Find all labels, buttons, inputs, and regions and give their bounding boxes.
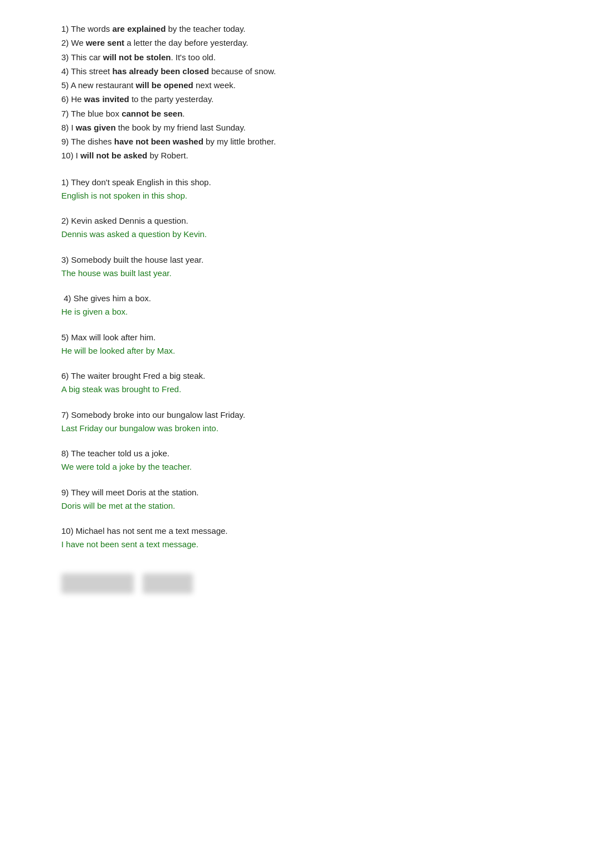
- answer-sentence: English is not spoken in this shop.: [61, 189, 531, 202]
- list-item: 4) This street has already been closed b…: [61, 65, 531, 78]
- bold-text: were sent: [86, 38, 124, 47]
- list-item: 10) I will not be asked by Robert.: [61, 149, 531, 162]
- answer-sentence: We were told a joke by the teacher.: [61, 460, 531, 473]
- list-item: 3) This car will not be stolen. It's too…: [61, 51, 531, 64]
- original-sentence: 1) They don't speak English in this shop…: [61, 176, 531, 189]
- answer-sentence: He is given a box.: [61, 305, 531, 318]
- answer-pair-4: 4) She gives him a box. He is given a bo…: [61, 292, 531, 319]
- original-sentence: 4) She gives him a box.: [61, 292, 531, 305]
- bold-text: will be opened: [135, 80, 193, 90]
- answer-sentence: A big steak was brought to Fred.: [61, 383, 531, 396]
- footer-blur-2: [143, 573, 193, 594]
- answer-sentence: I have not been sent a text message.: [61, 538, 531, 551]
- answer-sentence: He will be looked after by Max.: [61, 344, 531, 357]
- answer-pair-3: 3) Somebody built the house last year. T…: [61, 253, 531, 280]
- original-sentence: 8) The teacher told us a joke.: [61, 447, 531, 460]
- numbered-section: 1) The words are explained by the teache…: [61, 22, 531, 162]
- answer-pair-2: 2) Kevin asked Dennis a question. Dennis…: [61, 214, 531, 241]
- answer-pair-9: 9) They will meet Doris at the station. …: [61, 486, 531, 513]
- bold-text: have not been washed: [114, 137, 203, 146]
- list-item: 1) The words are explained by the teache…: [61, 22, 531, 35]
- answer-sentence: The house was built last year.: [61, 267, 531, 279]
- bold-text: has already been closed: [112, 66, 208, 76]
- original-sentence: 5) Max will look after him.: [61, 331, 531, 344]
- answer-pair-7: 7) Somebody broke into our bungalow last…: [61, 408, 531, 435]
- bold-text: was given: [76, 123, 116, 132]
- list-item: 8) I was given the book by my friend las…: [61, 121, 531, 134]
- bold-text: cannot be seen: [122, 109, 182, 118]
- list-item: 6) He was invited to the party yesterday…: [61, 93, 531, 105]
- answer-pair-8: 8) The teacher told us a joke. We were t…: [61, 447, 531, 474]
- original-sentence: 6) The waiter brought Fred a big steak.: [61, 369, 531, 382]
- footer-area: [61, 573, 531, 594]
- bold-text: was invited: [84, 94, 129, 104]
- answer-pair-10: 10) Michael has not sent me a text messa…: [61, 524, 531, 551]
- original-sentence: 10) Michael has not sent me a text messa…: [61, 524, 531, 537]
- original-sentence: 7) Somebody broke into our bungalow last…: [61, 408, 531, 421]
- list-item: 5) A new restaurant will be opened next …: [61, 79, 531, 91]
- list-item: 2) We were sent a letter the day before …: [61, 36, 531, 49]
- original-sentence: 3) Somebody built the house last year.: [61, 253, 531, 266]
- answer-pair-1: 1) They don't speak English in this shop…: [61, 176, 531, 202]
- original-sentence: 2) Kevin asked Dennis a question.: [61, 214, 531, 227]
- original-sentence: 9) They will meet Doris at the station.: [61, 486, 531, 499]
- bold-text: will not be asked: [80, 151, 147, 160]
- answer-pair-5: 5) Max will look after him. He will be l…: [61, 331, 531, 358]
- answer-sentence: Last Friday our bungalow was broken into…: [61, 422, 531, 435]
- bold-text: will not be stolen: [103, 52, 171, 62]
- answer-pair-6: 6) The waiter brought Fred a big steak. …: [61, 369, 531, 396]
- bold-text: are explained: [112, 24, 166, 33]
- list-item: 7) The blue box cannot be seen.: [61, 107, 531, 120]
- answer-sentence: Dennis was asked a question by Kevin.: [61, 228, 531, 240]
- list-item: 9) The dishes have not been washed by my…: [61, 135, 531, 148]
- answer-sentence: Doris will be met at the station.: [61, 499, 531, 512]
- footer-blur-1: [61, 573, 134, 594]
